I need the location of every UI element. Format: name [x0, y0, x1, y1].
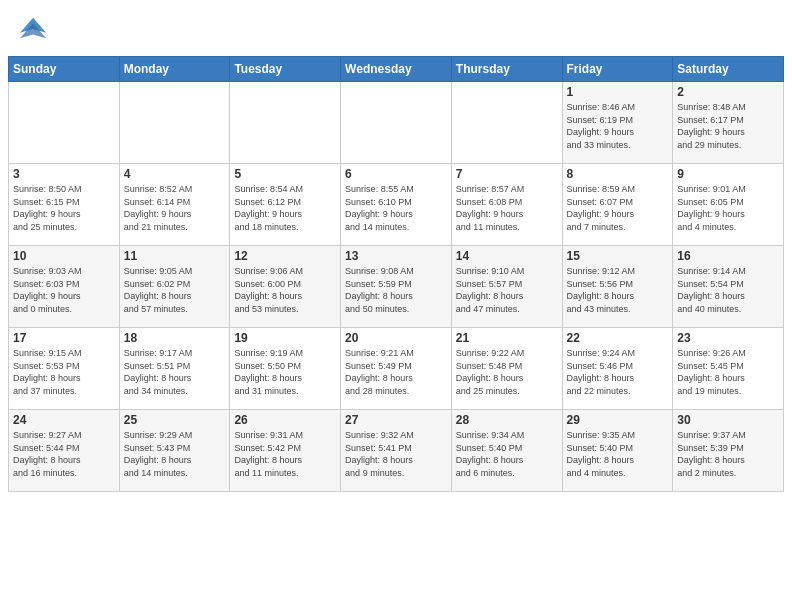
day-info: Sunrise: 9:01 AM Sunset: 6:05 PM Dayligh… [677, 183, 779, 233]
calendar-cell [230, 82, 341, 164]
calendar-cell: 11Sunrise: 9:05 AM Sunset: 6:02 PM Dayli… [119, 246, 230, 328]
weekday-header-saturday: Saturday [673, 57, 784, 82]
calendar-week-row: 10Sunrise: 9:03 AM Sunset: 6:03 PM Dayli… [9, 246, 784, 328]
day-number: 16 [677, 249, 779, 263]
logo-icon [20, 14, 48, 42]
calendar-week-row: 24Sunrise: 9:27 AM Sunset: 5:44 PM Dayli… [9, 410, 784, 492]
day-number: 4 [124, 167, 226, 181]
day-number: 26 [234, 413, 336, 427]
calendar-cell: 9Sunrise: 9:01 AM Sunset: 6:05 PM Daylig… [673, 164, 784, 246]
calendar-week-row: 1Sunrise: 8:46 AM Sunset: 6:19 PM Daylig… [9, 82, 784, 164]
logo [18, 18, 48, 46]
day-info: Sunrise: 9:26 AM Sunset: 5:45 PM Dayligh… [677, 347, 779, 397]
calendar-cell: 22Sunrise: 9:24 AM Sunset: 5:46 PM Dayli… [562, 328, 673, 410]
day-number: 1 [567, 85, 669, 99]
day-number: 13 [345, 249, 447, 263]
day-info: Sunrise: 9:29 AM Sunset: 5:43 PM Dayligh… [124, 429, 226, 479]
day-number: 23 [677, 331, 779, 345]
calendar-cell: 30Sunrise: 9:37 AM Sunset: 5:39 PM Dayli… [673, 410, 784, 492]
day-number: 2 [677, 85, 779, 99]
day-info: Sunrise: 9:05 AM Sunset: 6:02 PM Dayligh… [124, 265, 226, 315]
day-info: Sunrise: 9:37 AM Sunset: 5:39 PM Dayligh… [677, 429, 779, 479]
calendar-cell: 24Sunrise: 9:27 AM Sunset: 5:44 PM Dayli… [9, 410, 120, 492]
calendar-cell: 26Sunrise: 9:31 AM Sunset: 5:42 PM Dayli… [230, 410, 341, 492]
calendar-cell: 1Sunrise: 8:46 AM Sunset: 6:19 PM Daylig… [562, 82, 673, 164]
calendar-cell: 6Sunrise: 8:55 AM Sunset: 6:10 PM Daylig… [341, 164, 452, 246]
day-number: 5 [234, 167, 336, 181]
calendar-cell: 5Sunrise: 8:54 AM Sunset: 6:12 PM Daylig… [230, 164, 341, 246]
calendar-cell: 13Sunrise: 9:08 AM Sunset: 5:59 PM Dayli… [341, 246, 452, 328]
calendar-cell [341, 82, 452, 164]
calendar-cell: 18Sunrise: 9:17 AM Sunset: 5:51 PM Dayli… [119, 328, 230, 410]
calendar-header: SundayMondayTuesdayWednesdayThursdayFrid… [9, 57, 784, 82]
calendar-cell: 16Sunrise: 9:14 AM Sunset: 5:54 PM Dayli… [673, 246, 784, 328]
calendar-week-row: 17Sunrise: 9:15 AM Sunset: 5:53 PM Dayli… [9, 328, 784, 410]
calendar-cell: 15Sunrise: 9:12 AM Sunset: 5:56 PM Dayli… [562, 246, 673, 328]
day-info: Sunrise: 9:24 AM Sunset: 5:46 PM Dayligh… [567, 347, 669, 397]
day-number: 6 [345, 167, 447, 181]
day-number: 25 [124, 413, 226, 427]
day-number: 15 [567, 249, 669, 263]
day-number: 11 [124, 249, 226, 263]
day-info: Sunrise: 9:34 AM Sunset: 5:40 PM Dayligh… [456, 429, 558, 479]
day-info: Sunrise: 9:03 AM Sunset: 6:03 PM Dayligh… [13, 265, 115, 315]
weekday-header-tuesday: Tuesday [230, 57, 341, 82]
day-number: 12 [234, 249, 336, 263]
day-info: Sunrise: 8:50 AM Sunset: 6:15 PM Dayligh… [13, 183, 115, 233]
day-number: 24 [13, 413, 115, 427]
calendar-cell: 25Sunrise: 9:29 AM Sunset: 5:43 PM Dayli… [119, 410, 230, 492]
day-info: Sunrise: 9:06 AM Sunset: 6:00 PM Dayligh… [234, 265, 336, 315]
day-number: 29 [567, 413, 669, 427]
day-number: 22 [567, 331, 669, 345]
day-info: Sunrise: 8:46 AM Sunset: 6:19 PM Dayligh… [567, 101, 669, 151]
calendar-cell: 19Sunrise: 9:19 AM Sunset: 5:50 PM Dayli… [230, 328, 341, 410]
day-info: Sunrise: 9:15 AM Sunset: 5:53 PM Dayligh… [13, 347, 115, 397]
calendar-cell: 14Sunrise: 9:10 AM Sunset: 5:57 PM Dayli… [451, 246, 562, 328]
calendar-cell: 7Sunrise: 8:57 AM Sunset: 6:08 PM Daylig… [451, 164, 562, 246]
day-info: Sunrise: 9:21 AM Sunset: 5:49 PM Dayligh… [345, 347, 447, 397]
day-number: 10 [13, 249, 115, 263]
weekday-header-friday: Friday [562, 57, 673, 82]
day-number: 9 [677, 167, 779, 181]
calendar-cell: 4Sunrise: 8:52 AM Sunset: 6:14 PM Daylig… [119, 164, 230, 246]
calendar-body: 1Sunrise: 8:46 AM Sunset: 6:19 PM Daylig… [9, 82, 784, 492]
day-number: 7 [456, 167, 558, 181]
day-info: Sunrise: 9:12 AM Sunset: 5:56 PM Dayligh… [567, 265, 669, 315]
day-number: 18 [124, 331, 226, 345]
day-info: Sunrise: 9:31 AM Sunset: 5:42 PM Dayligh… [234, 429, 336, 479]
day-info: Sunrise: 8:57 AM Sunset: 6:08 PM Dayligh… [456, 183, 558, 233]
weekday-header-thursday: Thursday [451, 57, 562, 82]
day-number: 28 [456, 413, 558, 427]
weekday-header-row: SundayMondayTuesdayWednesdayThursdayFrid… [9, 57, 784, 82]
weekday-header-monday: Monday [119, 57, 230, 82]
day-info: Sunrise: 9:22 AM Sunset: 5:48 PM Dayligh… [456, 347, 558, 397]
day-number: 21 [456, 331, 558, 345]
calendar-cell: 29Sunrise: 9:35 AM Sunset: 5:40 PM Dayli… [562, 410, 673, 492]
day-info: Sunrise: 9:35 AM Sunset: 5:40 PM Dayligh… [567, 429, 669, 479]
day-number: 30 [677, 413, 779, 427]
day-info: Sunrise: 9:32 AM Sunset: 5:41 PM Dayligh… [345, 429, 447, 479]
day-number: 14 [456, 249, 558, 263]
calendar-cell: 21Sunrise: 9:22 AM Sunset: 5:48 PM Dayli… [451, 328, 562, 410]
day-number: 20 [345, 331, 447, 345]
calendar-cell: 3Sunrise: 8:50 AM Sunset: 6:15 PM Daylig… [9, 164, 120, 246]
day-number: 17 [13, 331, 115, 345]
calendar-cell: 17Sunrise: 9:15 AM Sunset: 5:53 PM Dayli… [9, 328, 120, 410]
page-header [0, 0, 792, 56]
calendar-cell: 28Sunrise: 9:34 AM Sunset: 5:40 PM Dayli… [451, 410, 562, 492]
weekday-header-wednesday: Wednesday [341, 57, 452, 82]
weekday-header-sunday: Sunday [9, 57, 120, 82]
calendar-cell: 8Sunrise: 8:59 AM Sunset: 6:07 PM Daylig… [562, 164, 673, 246]
day-info: Sunrise: 8:52 AM Sunset: 6:14 PM Dayligh… [124, 183, 226, 233]
day-info: Sunrise: 9:08 AM Sunset: 5:59 PM Dayligh… [345, 265, 447, 315]
day-number: 3 [13, 167, 115, 181]
calendar-week-row: 3Sunrise: 8:50 AM Sunset: 6:15 PM Daylig… [9, 164, 784, 246]
day-number: 8 [567, 167, 669, 181]
calendar-cell: 20Sunrise: 9:21 AM Sunset: 5:49 PM Dayli… [341, 328, 452, 410]
day-info: Sunrise: 9:17 AM Sunset: 5:51 PM Dayligh… [124, 347, 226, 397]
calendar-cell: 23Sunrise: 9:26 AM Sunset: 5:45 PM Dayli… [673, 328, 784, 410]
calendar-cell: 2Sunrise: 8:48 AM Sunset: 6:17 PM Daylig… [673, 82, 784, 164]
calendar-table: SundayMondayTuesdayWednesdayThursdayFrid… [8, 56, 784, 492]
day-info: Sunrise: 8:59 AM Sunset: 6:07 PM Dayligh… [567, 183, 669, 233]
day-info: Sunrise: 9:10 AM Sunset: 5:57 PM Dayligh… [456, 265, 558, 315]
